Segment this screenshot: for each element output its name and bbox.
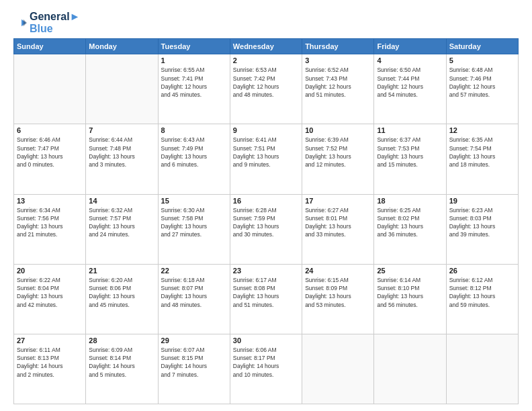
calendar-cell: 11Sunrise: 6:37 AMSunset: 7:53 PMDayligh… [374, 124, 446, 194]
day-number: 20 [17, 267, 83, 275]
logo-line1: General► [30, 11, 80, 23]
calendar-cell: 27Sunrise: 6:11 AMSunset: 8:13 PMDayligh… [14, 334, 86, 404]
day-info: Sunrise: 6:22 AMSunset: 8:04 PMDaylight:… [17, 276, 83, 309]
day-info: Sunrise: 6:30 AMSunset: 7:58 PMDaylight:… [161, 206, 227, 239]
calendar-cell: 12Sunrise: 6:35 AMSunset: 7:54 PMDayligh… [446, 124, 518, 194]
day-number: 7 [89, 126, 154, 134]
day-info: Sunrise: 6:50 AMSunset: 7:44 PMDaylight:… [377, 66, 443, 99]
day-info: Sunrise: 6:48 AMSunset: 7:46 PMDaylight:… [449, 66, 515, 99]
day-number: 17 [305, 197, 371, 205]
day-info: Sunrise: 6:07 AMSunset: 8:15 PMDaylight:… [161, 346, 227, 379]
day-info: Sunrise: 6:14 AMSunset: 8:10 PMDaylight:… [377, 276, 443, 309]
weekday-header: Sunday [14, 39, 86, 54]
calendar-cell: 22Sunrise: 6:18 AMSunset: 8:07 PMDayligh… [158, 264, 230, 334]
day-number: 25 [377, 267, 443, 275]
calendar-cell [446, 334, 518, 404]
calendar-header-row: SundayMondayTuesdayWednesdayThursdayFrid… [14, 39, 519, 54]
day-number: 5 [449, 56, 515, 64]
calendar-cell: 21Sunrise: 6:20 AMSunset: 8:06 PMDayligh… [86, 264, 158, 334]
calendar-cell: 18Sunrise: 6:25 AMSunset: 8:02 PMDayligh… [374, 194, 446, 264]
calendar-cell: 30Sunrise: 6:06 AMSunset: 8:17 PMDayligh… [230, 334, 302, 404]
day-info: Sunrise: 6:12 AMSunset: 8:12 PMDaylight:… [449, 276, 515, 309]
calendar-week-row: 20Sunrise: 6:22 AMSunset: 8:04 PMDayligh… [14, 264, 519, 334]
calendar-cell: 28Sunrise: 6:09 AMSunset: 8:14 PMDayligh… [86, 334, 158, 404]
calendar-week-row: 13Sunrise: 6:34 AMSunset: 7:56 PMDayligh… [14, 194, 519, 264]
day-info: Sunrise: 6:44 AMSunset: 7:48 PMDaylight:… [89, 136, 154, 169]
day-number: 4 [377, 56, 443, 64]
logo: General► Blue [13, 11, 80, 34]
calendar-cell: 20Sunrise: 6:22 AMSunset: 8:04 PMDayligh… [14, 264, 86, 334]
day-number: 29 [161, 336, 227, 345]
svg-marker-1 [24, 19, 27, 26]
day-info: Sunrise: 6:46 AMSunset: 7:47 PMDaylight:… [17, 136, 83, 169]
day-number: 22 [161, 267, 227, 275]
day-number: 16 [233, 197, 299, 205]
calendar-cell: 2Sunrise: 6:53 AMSunset: 7:42 PMDaylight… [230, 54, 302, 124]
calendar-cell: 6Sunrise: 6:46 AMSunset: 7:47 PMDaylight… [14, 124, 86, 194]
calendar-cell: 13Sunrise: 6:34 AMSunset: 7:56 PMDayligh… [14, 194, 86, 264]
day-number: 13 [17, 197, 83, 205]
calendar-cell [86, 54, 158, 124]
day-number: 3 [305, 56, 371, 64]
weekday-header: Friday [374, 39, 446, 54]
day-info: Sunrise: 6:53 AMSunset: 7:42 PMDaylight:… [233, 66, 299, 99]
calendar-cell: 16Sunrise: 6:28 AMSunset: 7:59 PMDayligh… [230, 194, 302, 264]
day-info: Sunrise: 6:20 AMSunset: 8:06 PMDaylight:… [89, 276, 154, 309]
calendar-cell: 7Sunrise: 6:44 AMSunset: 7:48 PMDaylight… [86, 124, 158, 194]
calendar-cell [374, 334, 446, 404]
weekday-header: Monday [86, 39, 158, 54]
calendar-cell: 29Sunrise: 6:07 AMSunset: 8:15 PMDayligh… [158, 334, 230, 404]
calendar-cell [302, 334, 374, 404]
calendar-cell: 15Sunrise: 6:30 AMSunset: 7:58 PMDayligh… [158, 194, 230, 264]
day-info: Sunrise: 6:23 AMSunset: 8:03 PMDaylight:… [449, 206, 515, 239]
day-info: Sunrise: 6:55 AMSunset: 7:41 PMDaylight:… [161, 66, 227, 99]
day-info: Sunrise: 6:28 AMSunset: 7:59 PMDaylight:… [233, 206, 299, 239]
calendar-cell: 8Sunrise: 6:43 AMSunset: 7:49 PMDaylight… [158, 124, 230, 194]
day-number: 10 [305, 126, 371, 134]
day-info: Sunrise: 6:09 AMSunset: 8:14 PMDaylight:… [89, 346, 154, 379]
calendar-cell: 19Sunrise: 6:23 AMSunset: 8:03 PMDayligh… [446, 194, 518, 264]
day-number: 30 [233, 336, 299, 345]
weekday-header: Wednesday [230, 39, 302, 54]
calendar-cell [14, 54, 86, 124]
day-info: Sunrise: 6:52 AMSunset: 7:43 PMDaylight:… [305, 66, 371, 99]
day-info: Sunrise: 6:11 AMSunset: 8:13 PMDaylight:… [17, 346, 83, 379]
day-number: 9 [233, 126, 299, 134]
logo-icon [13, 18, 27, 28]
day-info: Sunrise: 6:15 AMSunset: 8:09 PMDaylight:… [305, 276, 371, 309]
day-number: 21 [89, 267, 154, 275]
day-number: 27 [17, 336, 83, 345]
day-number: 6 [17, 126, 83, 134]
day-info: Sunrise: 6:17 AMSunset: 8:08 PMDaylight:… [233, 276, 299, 309]
weekday-header: Thursday [302, 39, 374, 54]
day-number: 11 [377, 126, 443, 134]
calendar-week-row: 6Sunrise: 6:46 AMSunset: 7:47 PMDaylight… [14, 124, 519, 194]
page: General► Blue SundayMondayTuesdayWednesd… [0, 0, 532, 411]
day-number: 26 [449, 267, 515, 275]
day-info: Sunrise: 6:43 AMSunset: 7:49 PMDaylight:… [161, 136, 227, 169]
calendar-cell: 23Sunrise: 6:17 AMSunset: 8:08 PMDayligh… [230, 264, 302, 334]
day-number: 23 [233, 267, 299, 275]
day-number: 2 [233, 56, 299, 64]
calendar-cell: 25Sunrise: 6:14 AMSunset: 8:10 PMDayligh… [374, 264, 446, 334]
day-info: Sunrise: 6:18 AMSunset: 8:07 PMDaylight:… [161, 276, 227, 309]
day-info: Sunrise: 6:41 AMSunset: 7:51 PMDaylight:… [233, 136, 299, 169]
day-info: Sunrise: 6:35 AMSunset: 7:54 PMDaylight:… [449, 136, 515, 169]
calendar-cell: 17Sunrise: 6:27 AMSunset: 8:01 PMDayligh… [302, 194, 374, 264]
day-number: 8 [161, 126, 227, 134]
day-info: Sunrise: 6:32 AMSunset: 7:57 PMDaylight:… [89, 206, 154, 239]
calendar-table: SundayMondayTuesdayWednesdayThursdayFrid… [13, 38, 519, 404]
calendar-cell: 5Sunrise: 6:48 AMSunset: 7:46 PMDaylight… [446, 54, 518, 124]
header: General► Blue [13, 11, 519, 34]
calendar-cell: 4Sunrise: 6:50 AMSunset: 7:44 PMDaylight… [374, 54, 446, 124]
day-number: 14 [89, 197, 154, 205]
day-info: Sunrise: 6:06 AMSunset: 8:17 PMDaylight:… [233, 346, 299, 379]
day-number: 1 [161, 56, 227, 64]
day-info: Sunrise: 6:39 AMSunset: 7:52 PMDaylight:… [305, 136, 371, 169]
day-number: 15 [161, 197, 227, 205]
day-number: 28 [89, 336, 154, 345]
calendar-week-row: 27Sunrise: 6:11 AMSunset: 8:13 PMDayligh… [14, 334, 519, 404]
calendar-cell: 14Sunrise: 6:32 AMSunset: 7:57 PMDayligh… [86, 194, 158, 264]
calendar-cell: 24Sunrise: 6:15 AMSunset: 8:09 PMDayligh… [302, 264, 374, 334]
day-info: Sunrise: 6:34 AMSunset: 7:56 PMDaylight:… [17, 206, 83, 239]
